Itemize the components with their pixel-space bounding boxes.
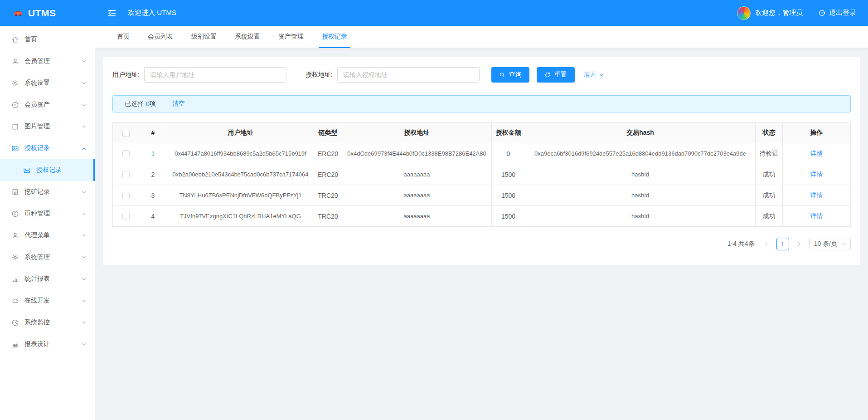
sidebar-item-report-design[interactable]: 报表设计: [0, 333, 95, 355]
square-icon: [11, 123, 19, 131]
sidebar-item-label: 在线开发: [24, 297, 82, 305]
cell-status: 成功: [756, 185, 783, 206]
cell-chain-type: ERC20: [314, 143, 342, 164]
prev-page-button[interactable]: [761, 238, 772, 250]
tab-label: 首页: [117, 33, 130, 41]
sidebar-item-system-monitor[interactable]: 系统监控: [0, 312, 95, 333]
cell-actions: 详情: [783, 206, 851, 227]
gauge-icon: [11, 319, 19, 327]
sidebar-item-system-settings[interactable]: 系统设置: [0, 72, 95, 94]
picture-icon: [11, 145, 19, 152]
chevron-down-icon: [82, 277, 87, 282]
detail-link[interactable]: 详情: [810, 191, 823, 199]
chevron-down-icon: [82, 211, 87, 216]
search-button[interactable]: 查询: [491, 67, 529, 83]
page-number-1[interactable]: 1: [776, 238, 789, 250]
sidebar-item-online-dev[interactable]: 在线开发: [0, 290, 95, 312]
user-icon: [11, 232, 19, 239]
tab-level-settings[interactable]: 级别设置: [184, 26, 224, 48]
cell-chain-type: TRC20: [314, 206, 342, 227]
avatar[interactable]: [737, 6, 751, 20]
tab-label: 资产管理: [278, 33, 304, 41]
cell-user-address: 0xb2a00ebb210e543c4be75cad0c6b737ca71740…: [167, 164, 314, 185]
sidebar-item-auth-records[interactable]: 授权记录: [0, 137, 95, 159]
header-chain-type: 链类型: [314, 123, 342, 143]
dollar-circle-icon: [11, 101, 19, 109]
user-address-input[interactable]: [144, 67, 286, 83]
reset-button[interactable]: 重置: [537, 67, 575, 83]
tab-home[interactable]: 首页: [109, 26, 137, 48]
header-status: 状态: [756, 123, 783, 143]
sidebar-item-image-mgmt[interactable]: 图片管理: [0, 116, 95, 137]
copyright-icon: [11, 210, 19, 218]
header-auth-address: 授权地址: [342, 123, 492, 143]
main-area: 首页 会员列表 级别设置 系统设置 资产管理 授权记录 用户地址: 授权地址: …: [95, 26, 868, 420]
clear-selection-link[interactable]: 清空: [172, 100, 185, 108]
detail-link[interactable]: 详情: [810, 150, 823, 157]
sidebar-item-member-mgmt[interactable]: 会员管理: [0, 50, 95, 72]
expand-link[interactable]: 展开: [584, 71, 604, 79]
cell-checkbox: [113, 206, 139, 227]
row-checkbox[interactable]: [122, 171, 130, 178]
tab-asset-mgmt[interactable]: 资产管理: [271, 26, 311, 48]
filter-row: 用户地址: 授权地址: 查询 重置 展开: [112, 67, 851, 83]
cell-status: 成功: [756, 164, 783, 185]
cell-actions: 详情: [783, 143, 851, 164]
table-header-row: # 用户地址 链类型 授权地址 授权金额 交易hash 状态 操作: [113, 123, 851, 143]
cell-chain-type: TRC20: [314, 185, 342, 206]
header-amount: 授权金额: [492, 123, 525, 143]
sidebar-item-agent-menu[interactable]: 代理菜单: [0, 225, 95, 246]
tab-system-settings[interactable]: 系统设置: [227, 26, 268, 48]
picture-icon: [23, 166, 31, 174]
area-chart-icon: [11, 341, 19, 348]
auth-address-label: 授权地址:: [305, 71, 333, 79]
user-address-label: 用户地址:: [112, 71, 140, 79]
page-size-select[interactable]: 10 条/页: [809, 238, 851, 250]
auth-address-input[interactable]: [337, 67, 480, 83]
reset-button-label: 重置: [554, 71, 567, 79]
detail-link[interactable]: 详情: [810, 171, 823, 178]
cell-status: 待验证: [756, 143, 783, 164]
sidebar-item-mining-records[interactable]: 挖矿记录: [0, 181, 95, 203]
sidebar-item-member-assets[interactable]: 会员资产: [0, 94, 95, 116]
table-row: 4 TJVfn97VEzgngXtC1LQhRzLRHA1eMYLaQG TRC…: [113, 206, 851, 227]
sidebar-item-label: 首页: [24, 35, 87, 44]
cell-amount: 1500: [492, 206, 525, 227]
sidebar-item-label: 代理菜单: [24, 231, 82, 239]
cell-chain-type: ERC20: [314, 164, 342, 185]
sidebar-item-statistics[interactable]: 统计报表: [0, 268, 95, 290]
sidebar-subitem-label: 授权记录: [36, 166, 62, 174]
sidebar-item-label: 系统监控: [24, 318, 82, 327]
cell-actions: 详情: [783, 185, 851, 206]
header-actions: 操作: [783, 123, 851, 143]
menu-fold-icon[interactable]: [107, 8, 117, 18]
logout-label: 退出登录: [829, 9, 856, 17]
sidebar-subitem-auth-records[interactable]: 授权记录: [0, 159, 95, 181]
chevron-down-icon: [841, 242, 846, 246]
cell-auth-address: 0x4dCde69973f4E444b0fD0c1338E98B7286E42A…: [342, 143, 492, 164]
pagination-total: 1-4 共4条: [727, 240, 755, 248]
tab-member-list[interactable]: 会员列表: [140, 26, 181, 48]
sidebar-item-coin-mgmt[interactable]: 币种管理: [0, 203, 95, 225]
tab-label: 系统设置: [235, 33, 260, 41]
logout-button[interactable]: 退出登录: [818, 9, 856, 17]
cell-index: 1: [139, 143, 167, 164]
cell-actions: 详情: [783, 164, 851, 185]
expand-link-label: 展开: [584, 71, 596, 79]
tab-auth-records[interactable]: 授权记录: [314, 26, 355, 48]
select-all-checkbox[interactable]: [122, 130, 130, 137]
next-page-button[interactable]: [793, 238, 805, 250]
top-bar: UTMS 欢迎进入 UTMS 欢迎您，管理员 退出登录: [0, 0, 868, 26]
sidebar-item-system-mgmt[interactable]: 系统管理: [0, 246, 95, 268]
cell-checkbox: [113, 164, 139, 185]
row-checkbox[interactable]: [122, 213, 130, 220]
chevron-right-icon: [796, 241, 802, 247]
detail-link[interactable]: 详情: [810, 212, 823, 220]
brand: UTMS: [0, 8, 95, 19]
search-icon: [499, 72, 505, 78]
row-checkbox[interactable]: [122, 150, 130, 157]
table-row: 3 TN8YLHu6ZB6sPENnjDfnVFW6dQFByPFzYj1 TR…: [113, 185, 851, 206]
row-checkbox[interactable]: [122, 192, 130, 199]
sidebar-item-home[interactable]: 首页: [0, 29, 95, 50]
sidebar-item-label: 会员管理: [24, 57, 82, 65]
